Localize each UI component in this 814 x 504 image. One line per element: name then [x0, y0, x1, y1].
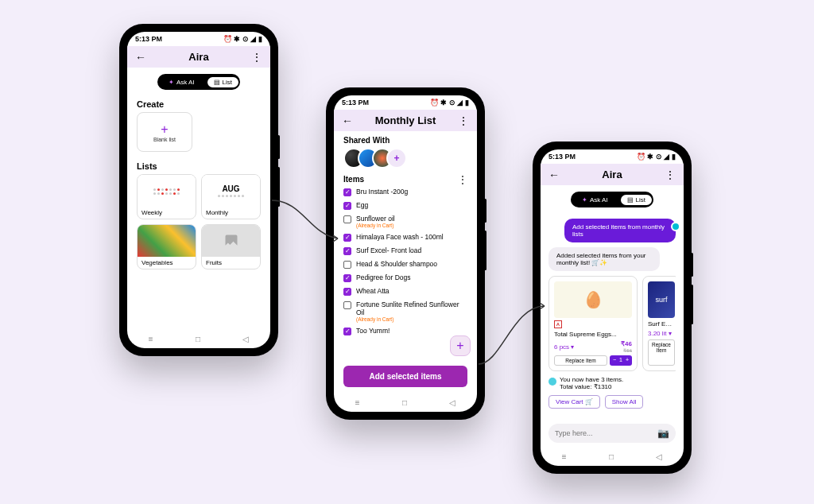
add-selected-button[interactable]: Add selected items	[343, 366, 467, 387]
checkbox[interactable]	[343, 328, 351, 335]
back-icon[interactable]: ←	[548, 169, 560, 180]
items-more-icon[interactable]: ⋮	[458, 175, 467, 184]
checkbox[interactable]	[343, 202, 351, 210]
list-icon: ▤	[627, 196, 634, 204]
plus-icon: +	[161, 122, 168, 137]
item-name: Sunflower oil	[356, 215, 395, 223]
plus-icon[interactable]: +	[626, 357, 629, 364]
phone-frame-2: 5:13 PM ⏰ ✱ ⊙ ◢ ▮ ← Monthly List ⋮ Share…	[326, 87, 485, 420]
status-icons: ⏰ ✱ ⊙ ◢ ▮	[637, 153, 676, 161]
blank-list-label: Blank list	[153, 137, 176, 142]
more-icon[interactable]: ⋮	[458, 115, 469, 126]
nav-recent-icon[interactable]: ≡	[562, 452, 567, 461]
product-image: 🥚	[554, 281, 632, 318]
checkbox[interactable]	[343, 247, 351, 255]
checkbox[interactable]	[343, 301, 351, 309]
item-name: Pedigree for Dogs	[356, 273, 411, 281]
list-card-label: Vegetables	[138, 257, 196, 269]
sparkle-icon: ✦	[169, 79, 174, 86]
screen-1: 5:13 PM ⏰ ✱ ⊙ ◢ ▮ ← Aira ⋮ ✦ Ask AI ▤ Li…	[127, 32, 270, 348]
nav-home-icon[interactable]: □	[196, 335, 200, 343]
checkbox[interactable]	[343, 215, 351, 223]
back-icon[interactable]: ←	[135, 52, 146, 63]
view-cart-button[interactable]: View Cart 🛒	[548, 395, 600, 409]
list-card-label: Monthly	[202, 207, 260, 219]
nav-back-icon[interactable]: ◁	[242, 335, 249, 343]
message-field[interactable]	[555, 429, 653, 437]
list-card-vegetables[interactable]: Vegetables	[137, 224, 196, 269]
toggle-ask[interactable]: ✦ Ask AI	[157, 79, 206, 86]
checkbox[interactable]	[343, 261, 351, 269]
nav-back-icon[interactable]: ◁	[656, 452, 662, 461]
chevron-down-icon: ▾	[669, 330, 672, 337]
app-title: Aira	[146, 51, 251, 63]
android-nav: ≡ □ ◁	[541, 448, 684, 466]
items-header: Items ⋮	[334, 173, 477, 185]
sparkle-icon: ✦	[582, 196, 587, 204]
back-icon[interactable]: ←	[342, 115, 353, 126]
toggle-list[interactable]: ▤ List	[207, 77, 238, 87]
android-nav: ≡ □ ◁	[127, 330, 270, 348]
product-card[interactable]: 🥚 A Total Supreme Eggs... 6 pcs ▾ ₹46 ₹5…	[548, 276, 638, 371]
nav-home-icon[interactable]: □	[609, 452, 614, 461]
replace-button[interactable]: Replace Item	[648, 339, 675, 366]
checkbox[interactable]	[343, 288, 351, 296]
qty-selector[interactable]: 6 pcs ▾	[554, 343, 574, 351]
item-row: Head & Shoulder shampoo	[343, 258, 467, 271]
status-bar: 5:13 PM ⏰ ✱ ⊙ ◢ ▮	[334, 95, 477, 110]
toggle-ask[interactable]: ✦ Ask AI	[571, 196, 619, 204]
item-row: Sunflower oil(Already in Cart)	[343, 212, 467, 231]
item-row: Fortune Sunlite Refined Sunflower Oil(Al…	[343, 298, 467, 324]
more-icon[interactable]: ⋮	[251, 52, 262, 63]
add-item-fab[interactable]: +	[450, 335, 471, 356]
mode-toggle[interactable]: ✦ Ask AI ▤ List	[157, 74, 240, 90]
android-nav: ≡ □ ◁	[334, 394, 477, 412]
minus-icon[interactable]: −	[613, 357, 616, 364]
checkbox[interactable]	[343, 274, 351, 282]
nav-home-icon[interactable]: □	[402, 398, 407, 407]
item-row: Surf Excel- Front load	[343, 244, 467, 258]
replace-button[interactable]: Replace Item	[554, 355, 607, 366]
price: ₹46 ₹56	[621, 340, 632, 353]
chat-input[interactable]: 📷	[548, 424, 676, 443]
checkbox[interactable]	[343, 188, 351, 196]
bot-message: Added selected items from your monthly l…	[548, 247, 660, 271]
camera-icon[interactable]: 📷	[657, 428, 669, 439]
mode-toggle[interactable]: ✦ Ask AI ▤ List	[571, 192, 653, 207]
nav-recent-icon[interactable]: ≡	[355, 398, 360, 407]
status-time: 5:13 PM	[342, 99, 369, 107]
chat-area: Add selected items from monthly lists Ad…	[541, 214, 684, 419]
status-time: 5:13 PM	[548, 153, 576, 161]
more-icon[interactable]: ⋮	[665, 169, 676, 180]
items-list: Bru Instant -200gEggSunflower oil(Alread…	[334, 185, 477, 359]
avatar-row: +	[334, 148, 477, 173]
qty-selector[interactable]: 3.20 lit▾	[648, 330, 675, 337]
status-bar: 5:13 PM ⏰ ✱ ⊙ ◢ ▮	[127, 32, 270, 46]
app-bar: ← Aira ⋮	[541, 164, 684, 185]
status-icons: ⏰ ✱ ⊙ ◢ ▮	[223, 35, 262, 43]
status-bar: 5:13 PM ⏰ ✱ ⊙ ◢ ▮	[541, 149, 684, 164]
product-carousel[interactable]: 🥚 A Total Supreme Eggs... 6 pcs ▾ ₹46 ₹5…	[548, 276, 676, 371]
product-card[interactable]: surf Surf Excel Mat... 3.20 lit▾ Replace…	[642, 276, 676, 371]
nav-back-icon[interactable]: ◁	[449, 398, 455, 407]
list-card-fruits[interactable]: Fruits	[201, 224, 261, 269]
toggle-list[interactable]: ▤ List	[621, 195, 652, 205]
show-all-button[interactable]: Show All	[605, 395, 644, 409]
quantity-stepper[interactable]: − 1 +	[610, 355, 632, 366]
checkbox[interactable]	[343, 234, 351, 242]
item-name: Fortune Sunlite Refined Sunflower Oil	[356, 300, 467, 316]
app-bar: ← Aira ⋮	[127, 46, 270, 68]
add-person-button[interactable]: +	[386, 148, 407, 169]
create-heading: Create	[127, 96, 270, 112]
screen-2: 5:13 PM ⏰ ✱ ⊙ ◢ ▮ ← Monthly List ⋮ Share…	[334, 95, 477, 412]
list-card-weekly[interactable]: Weekly	[137, 174, 196, 219]
item-name: Egg	[356, 201, 368, 209]
user-avatar	[671, 222, 680, 231]
item-row: Egg	[343, 199, 467, 212]
user-message: Add selected items from monthly lists	[564, 219, 676, 242]
list-card-monthly[interactable]: AUG Monthly	[201, 174, 261, 219]
nav-recent-icon[interactable]: ≡	[149, 335, 153, 343]
blank-list-card[interactable]: + Blank list	[137, 112, 192, 152]
item-row: Himalaya Face wash - 100ml	[343, 231, 467, 244]
svg-point-0	[227, 237, 230, 239]
